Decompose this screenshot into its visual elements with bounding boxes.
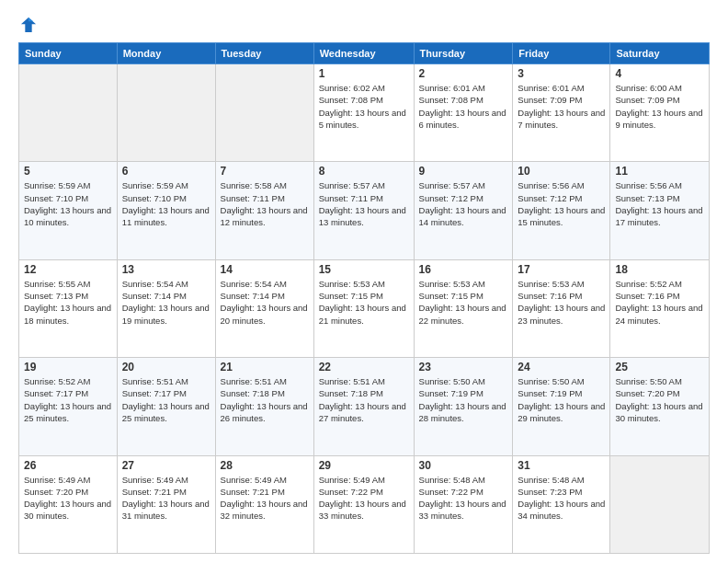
sunrise-label: Sunrise: 5:57 AM	[419, 180, 485, 190]
daylight-label: Daylight: 13 hours and 26 minutes.	[221, 401, 308, 423]
day-number: 3	[518, 67, 605, 80]
sunrise-label: Sunrise: 5:51 AM	[319, 376, 385, 386]
table-cell: 28 Sunrise: 5:49 AM Sunset: 7:21 PM Dayl…	[215, 455, 313, 553]
daylight-label: Daylight: 13 hours and 33 minutes.	[419, 499, 506, 521]
day-info: Sunrise: 5:59 AM Sunset: 7:10 PM Dayligh…	[24, 179, 112, 228]
calendar-week-row: 19 Sunrise: 5:52 AM Sunset: 7:17 PM Dayl…	[19, 358, 710, 455]
sunrise-label: Sunrise: 5:51 AM	[122, 376, 188, 386]
header-sunday: Sunday	[19, 43, 118, 64]
table-cell: 17 Sunrise: 5:53 AM Sunset: 7:16 PM Dayl…	[513, 259, 610, 357]
day-info: Sunrise: 6:02 AM Sunset: 7:08 PM Dayligh…	[319, 82, 409, 131]
day-number: 29	[319, 459, 409, 472]
daylight-label: Daylight: 13 hours and 20 minutes.	[221, 303, 308, 325]
day-info: Sunrise: 5:52 AM Sunset: 7:16 PM Dayligh…	[615, 278, 704, 327]
table-cell: 7 Sunrise: 5:58 AM Sunset: 7:11 PM Dayli…	[215, 162, 313, 259]
sunrise-label: Sunrise: 5:48 AM	[419, 475, 485, 485]
day-info: Sunrise: 5:48 AM Sunset: 7:23 PM Dayligh…	[518, 474, 605, 523]
sunrise-label: Sunrise: 5:57 AM	[319, 180, 385, 190]
daylight-label: Daylight: 13 hours and 24 minutes.	[615, 303, 702, 325]
day-number: 15	[319, 263, 409, 276]
day-info: Sunrise: 5:49 AM Sunset: 7:21 PM Dayligh…	[221, 474, 309, 523]
sunset-label: Sunset: 7:16 PM	[615, 291, 679, 301]
day-number: 30	[419, 459, 508, 472]
day-number: 11	[615, 165, 704, 178]
sunset-label: Sunset: 7:17 PM	[24, 388, 88, 398]
logo	[18, 15, 42, 35]
daylight-label: Daylight: 13 hours and 31 minutes.	[122, 499, 210, 521]
daylight-label: Daylight: 13 hours and 21 minutes.	[319, 303, 406, 325]
daylight-label: Daylight: 13 hours and 25 minutes.	[24, 401, 111, 423]
table-cell: 24 Sunrise: 5:50 AM Sunset: 7:19 PM Dayl…	[513, 358, 610, 455]
sunrise-label: Sunrise: 5:53 AM	[319, 279, 385, 289]
day-info: Sunrise: 5:56 AM Sunset: 7:13 PM Dayligh…	[615, 179, 704, 228]
day-info: Sunrise: 5:59 AM Sunset: 7:10 PM Dayligh…	[122, 179, 210, 228]
header-saturday: Saturday	[610, 43, 710, 64]
daylight-label: Daylight: 13 hours and 11 minutes.	[122, 205, 210, 227]
sunrise-label: Sunrise: 5:49 AM	[24, 475, 90, 485]
table-cell: 26 Sunrise: 5:49 AM Sunset: 7:20 PM Dayl…	[19, 455, 118, 553]
day-number: 7	[221, 165, 309, 178]
sunset-label: Sunset: 7:22 PM	[419, 487, 483, 497]
day-number: 10	[518, 165, 605, 178]
sunrise-label: Sunrise: 5:59 AM	[122, 180, 188, 190]
table-cell: 14 Sunrise: 5:54 AM Sunset: 7:14 PM Dayl…	[215, 259, 313, 357]
calendar-week-row: 26 Sunrise: 5:49 AM Sunset: 7:20 PM Dayl…	[19, 455, 710, 553]
day-number: 27	[122, 459, 210, 472]
table-cell	[610, 455, 710, 553]
sunset-label: Sunset: 7:09 PM	[615, 95, 679, 105]
header-tuesday: Tuesday	[215, 43, 313, 64]
table-cell: 31 Sunrise: 5:48 AM Sunset: 7:23 PM Dayl…	[513, 455, 610, 553]
table-cell: 5 Sunrise: 5:59 AM Sunset: 7:10 PM Dayli…	[19, 162, 118, 259]
sunset-label: Sunset: 7:16 PM	[518, 291, 582, 301]
sunset-label: Sunset: 7:13 PM	[615, 193, 679, 203]
table-cell: 18 Sunrise: 5:52 AM Sunset: 7:16 PM Dayl…	[610, 259, 710, 357]
daylight-label: Daylight: 13 hours and 7 minutes.	[518, 108, 605, 130]
day-info: Sunrise: 5:55 AM Sunset: 7:13 PM Dayligh…	[24, 278, 112, 327]
sunset-label: Sunset: 7:13 PM	[24, 291, 88, 301]
header-friday: Friday	[513, 43, 610, 64]
sunset-label: Sunset: 7:15 PM	[319, 291, 383, 301]
day-info: Sunrise: 6:01 AM Sunset: 7:08 PM Dayligh…	[419, 82, 508, 131]
sunrise-label: Sunrise: 5:56 AM	[615, 180, 681, 190]
table-cell	[117, 64, 215, 162]
table-cell: 10 Sunrise: 5:56 AM Sunset: 7:12 PM Dayl…	[513, 162, 610, 259]
sunrise-label: Sunrise: 5:52 AM	[24, 376, 90, 386]
sunrise-label: Sunrise: 5:48 AM	[518, 475, 584, 485]
sunrise-label: Sunrise: 5:50 AM	[419, 376, 485, 386]
sunset-label: Sunset: 7:18 PM	[319, 388, 383, 398]
page: Sunday Monday Tuesday Wednesday Thursday…	[0, 0, 728, 563]
daylight-label: Daylight: 13 hours and 10 minutes.	[24, 205, 111, 227]
daylight-label: Daylight: 13 hours and 9 minutes.	[615, 108, 702, 130]
calendar-week-row: 12 Sunrise: 5:55 AM Sunset: 7:13 PM Dayl…	[19, 259, 710, 357]
sunset-label: Sunset: 7:21 PM	[221, 487, 285, 497]
table-cell: 4 Sunrise: 6:00 AM Sunset: 7:09 PM Dayli…	[610, 64, 710, 162]
sunrise-label: Sunrise: 5:59 AM	[24, 180, 90, 190]
sunset-label: Sunset: 7:21 PM	[122, 487, 187, 497]
day-info: Sunrise: 5:57 AM Sunset: 7:11 PM Dayligh…	[319, 179, 409, 228]
day-number: 20	[122, 361, 210, 373]
daylight-label: Daylight: 13 hours and 34 minutes.	[518, 499, 605, 521]
daylight-label: Daylight: 13 hours and 12 minutes.	[221, 205, 308, 227]
table-cell: 29 Sunrise: 5:49 AM Sunset: 7:22 PM Dayl…	[313, 455, 414, 553]
daylight-label: Daylight: 13 hours and 19 minutes.	[122, 303, 210, 325]
sunrise-label: Sunrise: 6:00 AM	[615, 83, 681, 93]
day-number: 19	[24, 361, 112, 373]
day-info: Sunrise: 5:50 AM Sunset: 7:19 PM Dayligh…	[518, 375, 605, 424]
day-number: 23	[419, 361, 508, 373]
day-info: Sunrise: 5:50 AM Sunset: 7:20 PM Dayligh…	[615, 375, 704, 424]
day-number: 8	[319, 165, 409, 178]
header-thursday: Thursday	[414, 43, 513, 64]
sunrise-label: Sunrise: 5:49 AM	[221, 475, 287, 485]
calendar-table: Sunday Monday Tuesday Wednesday Thursday…	[18, 42, 710, 554]
daylight-label: Daylight: 13 hours and 30 minutes.	[615, 401, 702, 423]
daylight-label: Daylight: 13 hours and 33 minutes.	[319, 499, 406, 521]
daylight-label: Daylight: 13 hours and 30 minutes.	[24, 499, 111, 521]
daylight-label: Daylight: 13 hours and 23 minutes.	[518, 303, 605, 325]
day-number: 4	[615, 67, 704, 80]
day-info: Sunrise: 5:56 AM Sunset: 7:12 PM Dayligh…	[518, 179, 605, 228]
day-number: 21	[221, 361, 309, 373]
sunset-label: Sunset: 7:23 PM	[518, 487, 582, 497]
sunset-label: Sunset: 7:10 PM	[24, 193, 88, 203]
daylight-label: Daylight: 13 hours and 17 minutes.	[615, 205, 702, 227]
sunrise-label: Sunrise: 5:54 AM	[221, 279, 287, 289]
